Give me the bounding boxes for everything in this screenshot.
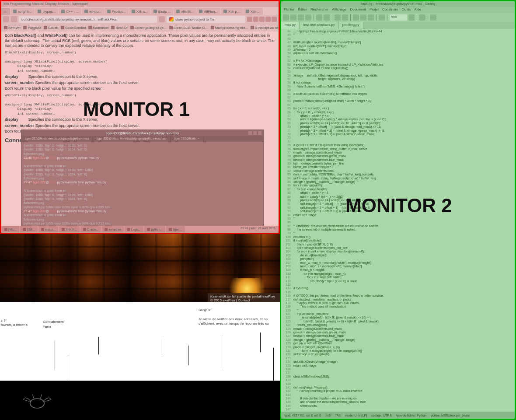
close-file-icon[interactable] [324, 14, 330, 21]
editor-toolbar: 596 [281, 13, 515, 22]
menu-bar: Fichier Éditer Rechercher Affichage Docu… [281, 7, 515, 13]
menu-item[interactable]: Document [350, 7, 366, 13]
bookmark-item[interactable]: Multiprocessing ent... [211, 26, 248, 30]
nav-back-icon[interactable] [335, 14, 341, 21]
taskbar-clock: 23:48 | lundi 20 avril 2015 [238, 226, 278, 232]
goto-line-input[interactable]: 596 [390, 14, 407, 21]
code-editor[interactable]: 44... http://cgit.freedesktop.org/xorg/l… [281, 29, 515, 420]
nav-forward-icon[interactable] [342, 14, 348, 21]
menu-item[interactable]: Aide [414, 7, 421, 13]
url-bar[interactable]: tronche.com/gui/x/xlib/display/display-m… [19, 16, 157, 23]
status-bar: ligne: 492 / 761 col: 0 sél: 0 INS TAB m… [281, 412, 515, 419]
browser-tab[interactable]: Xlib s... [129, 8, 150, 15]
email-message: Bonjour, Je viens de vérifier ces deux a… [197, 306, 280, 328]
browser-tab[interactable]: Xlib ... [243, 8, 263, 15]
terminal-output[interactable]: {'width': 3200, 'top': 0, 'height': 1080… [21, 142, 263, 234]
back-button[interactable] [3, 16, 9, 22]
bookmark-item[interactable]: Best-Of [111, 26, 127, 30]
color-icon[interactable] [379, 14, 385, 21]
toolbar-icon[interactable] [265, 17, 271, 22]
toolbar-icon[interactable] [259, 17, 265, 22]
browser-tab[interactable]: ctypes... [35, 8, 58, 15]
new-file-icon[interactable] [283, 14, 289, 21]
bee-logo-icon [17, 389, 57, 413]
terminal-tabs: tiger-222@tideb: /mnt/stock/projets/pyth… [21, 136, 263, 142]
taskbar-item[interactable]: tiger-... [166, 226, 185, 232]
bookmark-item[interactable]: Ecran LCD Tactile O... [169, 26, 208, 30]
code-block: BlackPixel(display, screen_number) unsig… [5, 50, 275, 73]
bookmark-item[interactable]: S'inscrire au réseau [251, 26, 279, 30]
terminal-tab[interactable]: tiger-222@tideb: ~ [171, 136, 203, 142]
menu-item[interactable]: Éditer [298, 7, 307, 13]
taskbar-item[interactable]: [Gitl... [20, 226, 37, 232]
toolbar-icon[interactable] [253, 17, 258, 22]
toolbar-icon[interactable] [247, 17, 252, 22]
search-box[interactable]: store python object to file [167, 16, 245, 23]
menu-item[interactable]: Construire [382, 7, 398, 13]
bookmark-item[interactable]: Ecran galaxy s4 (e... [130, 26, 167, 30]
browser-tab[interactable]: Xlib p... [221, 8, 243, 15]
menu-item[interactable]: Projet [370, 7, 379, 13]
terminal-tab[interactable]: tiger-222@tideb: /mnt/stock/projets/pyth… [21, 136, 93, 142]
build-icon[interactable] [360, 14, 366, 21]
code-block: WhitePixel(display, screen_number) unsig… [5, 93, 275, 116]
bookmark-item[interactable]: PurgeAll [23, 26, 41, 30]
menu-icon[interactable] [272, 17, 277, 22]
svg-line-2 [40, 394, 42, 399]
goto-icon[interactable] [408, 14, 415, 21]
browser-tab[interactable]: Basic ... [151, 8, 173, 15]
compile-icon[interactable] [353, 14, 359, 21]
page-content: Both BlackPixel() and WhitePixel() can b… [1, 32, 279, 146]
browser-tab[interactable]: windo... [82, 8, 104, 15]
save-icon[interactable] [298, 14, 304, 21]
filetype: type de fichier: Python [396, 414, 426, 417]
taskbar-item[interactable]: python... [144, 226, 165, 232]
home-tab[interactable]: ⌂ [1, 8, 10, 15]
cursor-position: ligne: 492 / 761 col: 0 sél: 0 [284, 414, 321, 417]
file-tab[interactable]: profiling.py [339, 22, 363, 29]
maximize-button[interactable] [253, 131, 257, 135]
taskbar: [Xlib... [Gitl... mss.o... Xlib Bl... Or… [1, 226, 279, 233]
taskbar-item[interactable]: Logic... [125, 226, 144, 232]
minimize-button[interactable] [248, 131, 252, 135]
monitor-1-browser: Xlib Programming Manual: Display Macros … [0, 0, 280, 234]
left-note: z ? rowser, à tester s [1, 318, 28, 328]
save-all-icon[interactable] [305, 14, 311, 21]
terminal-title: tiger-222@tideb: /mnt/stock/projets/pyth… [21, 130, 263, 136]
reload-icon[interactable] [316, 14, 322, 21]
menu-item[interactable]: Rechercher [310, 7, 328, 13]
file-tab[interactable]: mss.py [281, 22, 300, 29]
taskbar-item[interactable]: ex-œther [102, 226, 123, 232]
line-ending: mode: Unix (LF) [345, 414, 367, 417]
open-file-icon[interactable] [290, 14, 296, 21]
browser-tab[interactable]: Produc... [105, 8, 129, 15]
browser-tabs: ⌂ xorg/lib... ctypes... C++ - ... windo.… [1, 7, 279, 15]
search-icon[interactable] [419, 14, 425, 21]
run-icon[interactable] [368, 14, 374, 21]
file-tab[interactable]: test-raw-windows.py [300, 22, 338, 29]
terminal-tab[interactable]: tiger-222@tideb: /mnt/stock/projets/pyth… [93, 136, 171, 142]
reload-button[interactable] [159, 16, 165, 22]
quit-icon[interactable] [430, 14, 436, 21]
editor-title: linux.py - /mnt/stock/projets/python-mss… [281, 1, 515, 7]
taskbar-item[interactable]: [Xlib... [2, 226, 19, 232]
bookmark-item[interactable]: SemVer [4, 26, 21, 30]
browser-tab[interactable]: xorg/lib... [10, 8, 35, 15]
scope: portée: MSSLinux.get_pixels [431, 414, 470, 417]
bookmark-item[interactable]: Kaamelott [88, 26, 108, 30]
forward-button[interactable] [11, 16, 17, 22]
encoding: codage: UTF-8 [371, 414, 392, 417]
close-button[interactable] [258, 131, 261, 135]
bookmark-item[interactable]: GitLab [44, 26, 59, 30]
browser-tab[interactable]: xlib Bl... [174, 8, 196, 15]
bookmark-item[interactable]: CodeCombat [61, 26, 86, 30]
browser-tab[interactable]: AllPlan... [196, 8, 220, 15]
menu-item[interactable]: Outils [402, 7, 411, 13]
menu-item[interactable]: Affichage [332, 7, 346, 13]
taskbar-item[interactable]: mss.o... [38, 226, 59, 232]
taskbar-item[interactable]: Xlib Bl... [59, 226, 80, 232]
menu-item[interactable]: Fichier [284, 7, 294, 13]
taskbar-item[interactable]: Oracle... [80, 226, 101, 232]
browser-tab[interactable]: C++ - ... [59, 8, 81, 15]
svg-line-1 [32, 394, 34, 399]
